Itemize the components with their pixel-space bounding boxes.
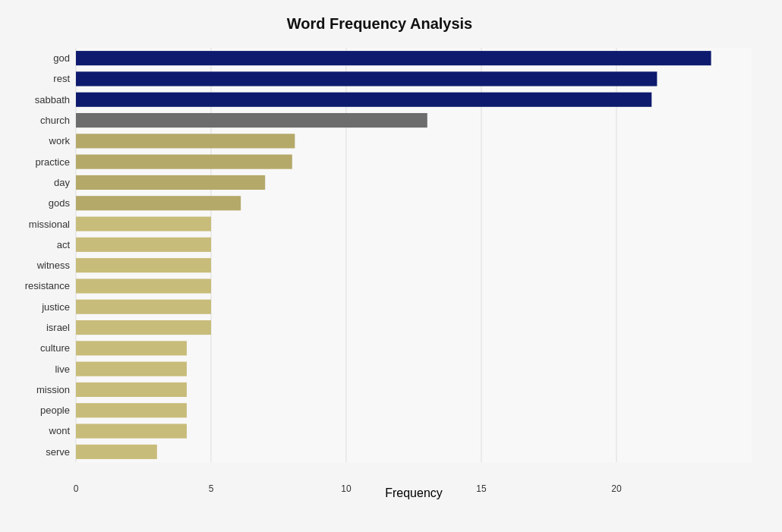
bar-god [76, 51, 711, 65]
y-label: church [40, 110, 70, 131]
chart-container: Word Frequency Analysis godrestsabbathch… [0, 0, 782, 532]
y-label: mission [36, 379, 70, 400]
bar-practice [76, 155, 292, 169]
bar-work [76, 134, 295, 148]
y-label: practice [35, 151, 70, 172]
bar-resistance [76, 279, 211, 293]
y-label: justice [42, 297, 70, 317]
y-label: serve [46, 442, 70, 462]
bar-israel [76, 320, 211, 335]
bar-justice [76, 300, 211, 314]
y-label: culture [40, 338, 70, 358]
chart-svg [76, 48, 752, 462]
bar-missional [76, 216, 211, 231]
bar-live [76, 362, 187, 376]
bar-sabbath [76, 93, 651, 107]
y-label: work [49, 131, 70, 151]
svg-rect-0 [76, 48, 752, 462]
chart-title: Word Frequency Analysis [8, 15, 752, 33]
y-label: missional [29, 213, 70, 234]
bar-mission [76, 382, 187, 397]
y-label: rest [53, 68, 70, 89]
y-label: people [40, 400, 70, 420]
y-label: israel [46, 317, 70, 338]
bar-wont [76, 423, 187, 438]
y-label: gods [49, 193, 70, 213]
y-label: sabbath [35, 90, 70, 110]
bar-culture [76, 341, 187, 355]
y-label: witness [37, 255, 70, 275]
bar-gods [76, 196, 241, 210]
bar-act [76, 238, 211, 252]
bar-rest [76, 71, 657, 86]
y-label: wont [49, 420, 70, 441]
y-label: act [57, 235, 70, 255]
bar-serve [76, 445, 157, 459]
bar-people [76, 403, 187, 417]
y-label: live [55, 358, 70, 379]
y-label: day [54, 172, 70, 193]
y-label: resistance [25, 275, 70, 296]
x-axis-label: Frequency [76, 486, 752, 500]
y-axis-labels: godrestsabbathchurchworkpracticedaygodsm… [8, 48, 76, 462]
bar-witness [76, 258, 211, 272]
y-label: god [53, 48, 70, 68]
bar-church [76, 113, 427, 127]
bar-day [76, 175, 265, 190]
